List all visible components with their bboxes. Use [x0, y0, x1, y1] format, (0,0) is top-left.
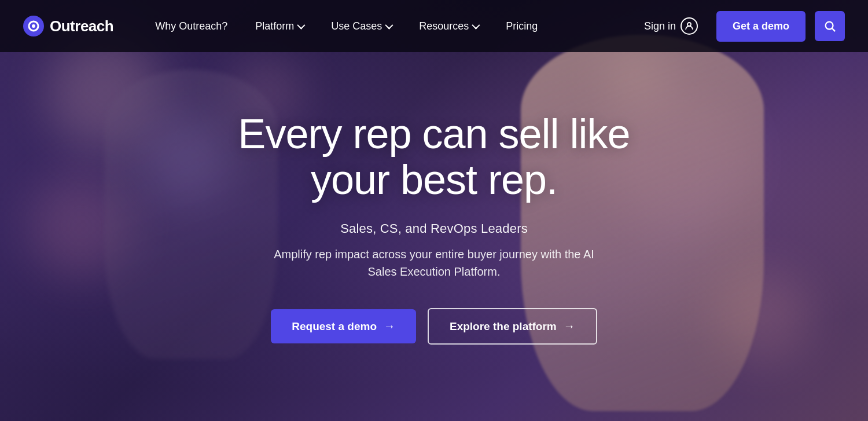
- platform-chevron-icon: [297, 21, 306, 30]
- sign-in-button[interactable]: Sign in: [635, 13, 707, 39]
- explore-platform-button[interactable]: Explore the platform →: [428, 308, 597, 345]
- resources-chevron-icon: [472, 21, 480, 30]
- search-button[interactable]: [815, 11, 845, 41]
- svg-point-2: [32, 24, 35, 28]
- use-cases-chevron-icon: [385, 21, 393, 30]
- nav-use-cases[interactable]: Use Cases: [317, 16, 405, 37]
- header-actions: Sign in Get a demo: [635, 11, 845, 42]
- hero-subtitle: Sales, CS, and RevOps Leaders: [340, 221, 528, 236]
- svg-point-3: [687, 23, 691, 26]
- arrow-right-icon-2: →: [564, 320, 575, 333]
- arrow-right-icon: →: [384, 320, 395, 333]
- nav-resources[interactable]: Resources: [405, 16, 492, 37]
- logo-text: Outreach: [50, 17, 113, 35]
- site-header: Outreach Why Outreach? Platform Use Case…: [0, 0, 868, 52]
- hero-buttons: Request a demo → Explore the platform →: [271, 308, 597, 345]
- svg-point-4: [826, 22, 833, 30]
- main-nav: Why Outreach? Platform Use Cases Resourc…: [141, 16, 635, 37]
- outreach-logo-icon: [23, 16, 44, 36]
- logo[interactable]: Outreach: [23, 16, 113, 36]
- request-demo-button[interactable]: Request a demo →: [271, 309, 416, 343]
- svg-line-5: [832, 28, 835, 31]
- user-icon: [681, 17, 698, 35]
- search-icon: [823, 20, 836, 32]
- nav-platform[interactable]: Platform: [241, 16, 317, 37]
- hero-title: Every rep can sell like your best rep.: [203, 111, 665, 203]
- get-demo-button[interactable]: Get a demo: [716, 11, 806, 42]
- hero-description: Amplify rep impact across your entire bu…: [272, 246, 596, 280]
- hero-content: Every rep can sell like your best rep. S…: [0, 0, 868, 421]
- hero-section: Outreach Why Outreach? Platform Use Case…: [0, 0, 868, 421]
- nav-pricing[interactable]: Pricing: [492, 16, 551, 37]
- nav-why-outreach[interactable]: Why Outreach?: [141, 16, 241, 37]
